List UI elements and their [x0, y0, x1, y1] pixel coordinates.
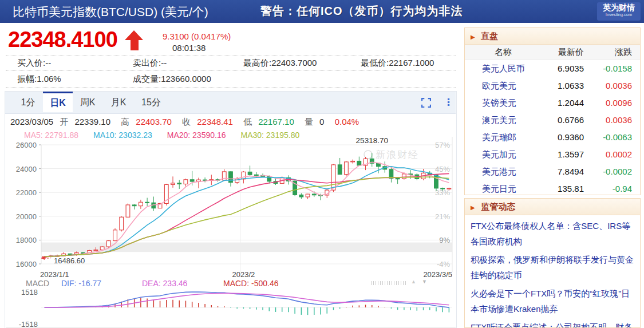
price-change: 9.3100 (0.0417%)	[163, 31, 231, 41]
news-box-title[interactable]: 监管动态	[481, 201, 515, 211]
interval-tabbar: 1分 日K 周K 月K 15分 ⋮	[5, 92, 456, 114]
instrument-title: 比特币美元指数(BTC/USD) (美元/个)	[13, 4, 208, 20]
news-list: FTX公布最终债权人名单：含SEC、IRS等各国政府机构积极探索，俄罗斯和伊朗将…	[465, 215, 640, 328]
day-low: 最低价:22167.1000	[361, 58, 434, 69]
fx-row: 美元港元7.8494-0.0002	[465, 163, 640, 180]
fx-change: -0.0063	[584, 129, 632, 146]
col-last: 最新价	[529, 45, 584, 60]
svg-text:57%: 57%	[435, 141, 450, 149]
kline-chart[interactable]: 2600057%2400045%2200033%2000021%180009%1…	[6, 133, 456, 279]
svg-text:26000: 26000	[16, 141, 37, 149]
svg-text:18000: 18000	[16, 236, 37, 244]
fx-box-header: ▶ 直盘	[465, 28, 640, 45]
fx-change: 0.0096	[584, 94, 632, 112]
fx-pair-name[interactable]: 英镑美元	[482, 94, 529, 112]
fx-row: 英镑美元1.20440.0096	[465, 94, 640, 112]
ohlc-low: 22167.10	[258, 117, 294, 127]
fx-box-title[interactable]: 直盘	[481, 31, 498, 41]
svg-text:9%: 9%	[439, 236, 450, 244]
bid-price: 买入价:--	[17, 58, 51, 69]
quote-row-1: 买入价:-- 卖出价:-- 最高价:22403.7000 最低价:22167.1…	[0, 58, 458, 72]
investing-logo[interactable]: 英为财情 Investing.com	[597, 2, 641, 21]
fx-last-price: 1.3597	[529, 146, 584, 163]
fx-last-price: 6.9035	[529, 60, 584, 77]
price-up-arrow-icon	[125, 30, 144, 52]
fx-pair-name[interactable]: 美元加元	[482, 146, 529, 163]
fx-last-price: 0.6766	[529, 112, 584, 129]
fx-last-price: 0.9360	[529, 129, 584, 146]
svg-text:21%: 21%	[435, 212, 450, 221]
volume: 成交量:123660.0000	[133, 74, 211, 85]
day-high: 最高价:22403.7000	[243, 58, 317, 69]
svg-text:新浪财经: 新浪财经	[376, 149, 419, 160]
svg-text:24000: 24000	[16, 165, 37, 173]
fx-change: 0.0002	[584, 146, 632, 163]
svg-text:1518: 1518	[21, 288, 38, 297]
fx-last-price: 7.8494	[529, 163, 584, 180]
low-annotation: 16486.60	[54, 256, 85, 265]
news-item[interactable]: 积极探索，俄罗斯和伊朗将联手发行与黄金挂钩的稳定币	[471, 252, 634, 283]
dif-line	[45, 292, 449, 307]
tab-monthly-k[interactable]: 月K	[104, 92, 133, 113]
ask-price: 卖出价:--	[133, 58, 167, 69]
fx-pair-name[interactable]: 美元瑞郎	[482, 129, 529, 146]
macd-chart[interactable]: 1518-1518	[6, 288, 456, 328]
divider	[6, 87, 456, 88]
fx-row: 澳元美元0.67660.0036	[465, 112, 640, 129]
svg-text:20000: 20000	[16, 212, 37, 221]
logo-title: 英为财情	[597, 3, 641, 12]
page: 比特币美元指数(BTC/USD) (美元/个) 警告：任何ICO（发币）行为均为…	[0, 0, 644, 328]
fx-pair-name[interactable]: 欧元美元	[482, 77, 529, 94]
chart-scroll-handle[interactable]	[371, 281, 408, 285]
tab-weekly-k[interactable]: 周K	[73, 92, 102, 113]
svg-text:2023/2: 2023/2	[232, 270, 255, 279]
fx-pair-name[interactable]: 美元港元	[482, 163, 529, 180]
fx-last-price: 135.81	[529, 180, 584, 197]
ico-warning-banner: 警告：任何ICO（发币）行为均为非法	[260, 3, 463, 19]
macd-dif-value: DIF: -16.77	[61, 279, 101, 288]
scroll-down-icon[interactable]: ▼	[422, 279, 427, 284]
fullscreen-icon[interactable]	[421, 98, 431, 110]
tab-daily-k[interactable]: 日K	[43, 92, 73, 112]
tab-15min[interactable]: 15分	[135, 92, 168, 113]
section-arrow-icon: ▶	[471, 204, 475, 211]
news-item[interactable]: FTX听证会要点综述：公司架构不明、财务混	[471, 319, 634, 328]
ohlc-readout: 2023/03/05 开 22339.10 高 22403.70 收 22348…	[10, 117, 363, 128]
divider	[6, 70, 456, 71]
macd-name: MACD	[26, 279, 49, 288]
regulation-news-box: ▶ 监管动态 FTX公布最终债权人名单：含SEC、IRS等各国政府机构积极探索，…	[464, 198, 641, 328]
logo-subtitle: Investing.com	[597, 12, 641, 17]
amplitude: 振幅:1.06%	[17, 74, 61, 85]
news-item[interactable]: FTX公布最终债权人名单：含SEC、IRS等各国政府机构	[471, 218, 634, 249]
fx-pair-name[interactable]: 澳元美元	[482, 112, 529, 129]
fx-pair-name[interactable]: 美元日元	[482, 180, 529, 197]
quote-row-2: 振幅:1.06% 成交量:123660.0000	[0, 74, 458, 88]
fx-table-header: 名称 最新价 涨跌	[465, 45, 640, 60]
col-change: 涨跌	[584, 45, 632, 60]
fx-last-price: 1.0633	[529, 77, 584, 94]
fx-row: 美元人民币6.9035-0.0158	[465, 60, 640, 77]
fx-row: 美元加元1.35970.0002	[465, 146, 640, 163]
fx-row: 美元瑞郎0.9360-0.0063	[465, 129, 640, 146]
ohlc-volume: 0	[319, 117, 324, 127]
scroll-up-icon[interactable]: ▲	[411, 279, 416, 284]
ohlc-close: 22348.41	[197, 117, 233, 127]
svg-text:2023/3/5: 2023/3/5	[423, 270, 452, 279]
svg-text:-4%: -4%	[437, 260, 451, 268]
ma-line	[45, 162, 449, 256]
svg-text:45%: 45%	[435, 165, 450, 173]
fx-row: 欧元美元1.06330.0036	[465, 77, 640, 94]
news-item[interactable]: 火必会是下一个FTX吗？币安的“红玫瑰”日本市场惨遭Kraken抛弃	[471, 286, 634, 317]
fx-change: -0.0158	[584, 60, 632, 77]
high-annotation: 25318.70	[356, 136, 388, 145]
section-arrow-icon: ▶	[471, 34, 475, 40]
svg-text:-1518: -1518	[19, 320, 38, 328]
tab-1min[interactable]: 1分	[13, 92, 43, 113]
news-box-header: ▶ 监管动态	[465, 199, 640, 215]
fx-pair-name[interactable]: 美元人民币	[482, 60, 529, 77]
chart-menu-icon[interactable]: ⋮	[444, 96, 453, 109]
fx-change: -0.0002	[584, 163, 632, 180]
macd-hist-value: MACD: -500.46	[223, 279, 278, 288]
last-price: 22348.4100	[8, 27, 117, 52]
ohlc-open: 22339.10	[74, 117, 110, 127]
